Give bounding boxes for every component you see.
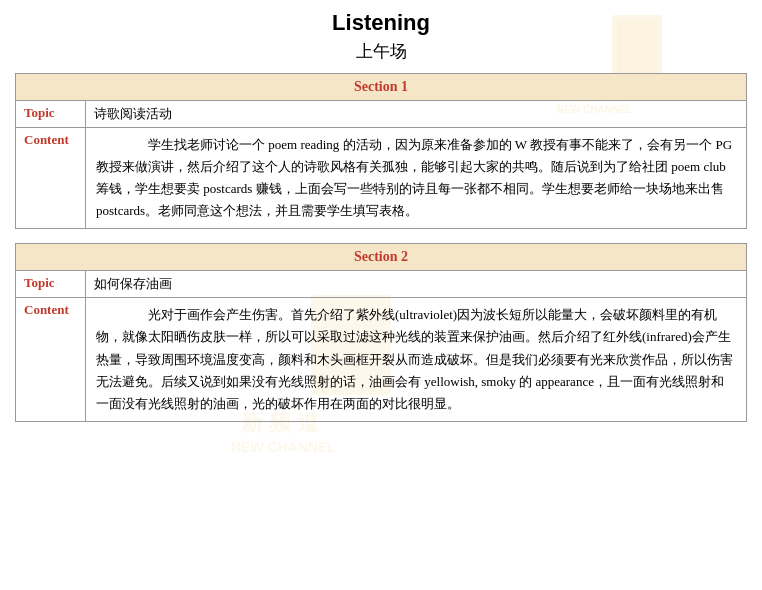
section1-content-text: 学生找老师讨论一个 poem reading 的活动，因为原来准备参加的 W 教…: [86, 128, 747, 229]
section1-table: Section 1 Topic 诗歌阅读活动 Content 学生找老师讨论一个…: [15, 73, 747, 229]
section2-content-text: 光对于画作会产生伤害。首先介绍了紫外线(ultraviolet)因为波长短所以能…: [86, 298, 747, 421]
section1-content-label: Content: [16, 128, 86, 229]
section2-topic-label: Topic: [16, 271, 86, 298]
section1-topic-label: Topic: [16, 101, 86, 128]
section2-table: Section 2 Topic 如何保存油画 Content 光对于画作会产生伤…: [15, 243, 747, 421]
section1-header: Section 1: [16, 74, 747, 101]
page-title: Listening: [15, 10, 747, 36]
page-subtitle: 上午场: [15, 40, 747, 63]
section2-topic-value: 如何保存油画: [86, 271, 747, 298]
section2-header: Section 2: [16, 244, 747, 271]
section1-topic-value: 诗歌阅读活动: [86, 101, 747, 128]
section2-content-label: Content: [16, 298, 86, 421]
